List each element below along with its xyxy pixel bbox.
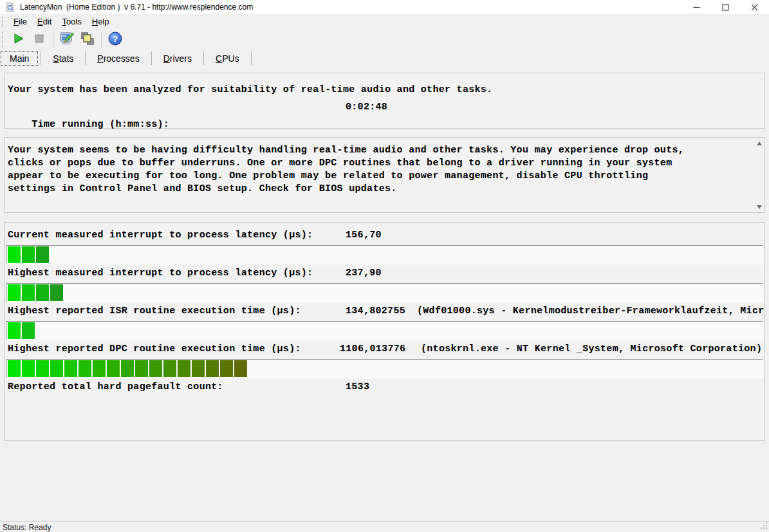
- monitor-analyze-icon: [59, 31, 75, 49]
- tab-bar: MainStatsProcessesDriversCPUs: [0, 50, 769, 66]
- latency-bar-segment: [22, 360, 35, 377]
- measurement-driver-info: (ntoskrnl.exe - NT Kernel _System, Micro…: [421, 342, 762, 356]
- menu-help[interactable]: Help: [87, 15, 115, 28]
- window-title: LatencyMon (Home Edition ) v 6.71 - http…: [20, 3, 253, 12]
- play-icon: [13, 33, 24, 47]
- tab-separator: [41, 51, 41, 65]
- measurements-panel: Current measured interrupt to process la…: [4, 222, 765, 441]
- measurement-label: Current measured interrupt to process la…: [8, 228, 313, 243]
- measurement-line: Reported total hard pagefault count: 153…: [5, 380, 764, 394]
- toolbar: ?: [0, 29, 769, 50]
- measurement-value: 1106,013776: [340, 342, 405, 356]
- measurement-row: Current measured interrupt to process la…: [5, 228, 764, 264]
- close-button[interactable]: [740, 0, 769, 14]
- latency-bar-segment: [36, 360, 49, 377]
- latency-bar-segment: [121, 360, 134, 377]
- latency-bar-segment: [50, 284, 63, 301]
- tab-cpus[interactable]: CPUs: [207, 52, 248, 65]
- latency-bar: [6, 359, 763, 378]
- toolbar-separator: [101, 32, 102, 48]
- scrollbar-down-button[interactable]: [754, 201, 764, 212]
- time-running-line: Time running (h:mm:ss): 0:02:48: [5, 98, 764, 116]
- advice-scrollbar[interactable]: [754, 138, 764, 212]
- scroll-down-icon: [757, 205, 762, 209]
- maximize-button[interactable]: [711, 0, 740, 14]
- tab-separator: [151, 51, 152, 65]
- measurement-value: 134,802755: [346, 304, 405, 318]
- stop-monitor-button[interactable]: [30, 31, 48, 49]
- tab-main[interactable]: Main: [1, 52, 37, 65]
- latency-bar-segment: [234, 360, 247, 377]
- menu-tools[interactable]: Tools: [57, 15, 86, 28]
- measurement-driver-info: (Wdf01000.sys - Kernelmodustreiber-Frame…: [417, 304, 764, 318]
- start-monitor-button[interactable]: [10, 31, 28, 49]
- latency-bar-segment: [22, 246, 35, 263]
- measurement-value: 237,90: [346, 266, 382, 280]
- latency-bar-segment: [107, 360, 120, 377]
- toolbar-gripper[interactable]: [2, 32, 6, 48]
- tab-separator: [85, 51, 86, 65]
- copy-report-button[interactable]: [79, 31, 97, 49]
- stop-icon: [35, 34, 44, 46]
- measurement-label: Highest measured interrupt to process la…: [8, 266, 313, 280]
- latency-bar: [6, 245, 763, 264]
- tab-processes[interactable]: Processes: [89, 52, 147, 65]
- measurement-value: 156,70: [346, 228, 382, 243]
- svg-text:?: ?: [113, 34, 118, 44]
- measurement-line: Highest measured interrupt to process la…: [5, 266, 764, 280]
- latency-bar-segment: [64, 360, 77, 377]
- measurement-label: Highest reported DPC routine execution t…: [8, 342, 301, 356]
- latency-bar-segment: [149, 360, 162, 377]
- latency-bar-segment: [22, 322, 35, 339]
- latency-bar-segment: [163, 360, 176, 377]
- latency-bar: [6, 283, 763, 302]
- measurement-label: Highest reported ISR routine execution t…: [8, 304, 301, 318]
- measurement-row: Highest measured interrupt to process la…: [5, 266, 764, 302]
- latency-bar-segment: [206, 360, 219, 377]
- app-icon: [5, 3, 15, 12]
- window-controls: [682, 0, 769, 14]
- menubar-gripper[interactable]: [2, 17, 6, 27]
- resize-grip[interactable]: [760, 522, 768, 532]
- latency-bar-segment: [8, 246, 21, 263]
- tab-stats[interactable]: Stats: [44, 52, 82, 65]
- latency-bar-segment: [79, 360, 91, 377]
- latency-bar-segment: [8, 284, 21, 301]
- toolbar-separator: [53, 32, 53, 48]
- measurement-line: Highest reported ISR routine execution t…: [5, 304, 764, 318]
- status-bar: Status: Ready: [0, 521, 769, 532]
- time-running-value: 0:02:48: [346, 98, 387, 116]
- latency-bar-segment: [135, 360, 148, 377]
- analyze-system-button[interactable]: [58, 31, 76, 49]
- measurement-row: Highest reported ISR routine execution t…: [5, 304, 764, 340]
- help-icon: ?: [108, 32, 122, 48]
- scroll-up-icon: [757, 142, 762, 145]
- menu-file[interactable]: File: [8, 15, 32, 28]
- scrollbar-up-button[interactable]: [754, 138, 764, 149]
- tab-separator: [203, 51, 204, 65]
- advice-text: Your system seems to be having difficult…: [5, 138, 695, 196]
- minimize-button[interactable]: [682, 0, 711, 14]
- latency-bar-segment: [36, 284, 49, 301]
- status-text: Status: Ready: [0, 523, 51, 532]
- latency-bar-segment: [220, 360, 233, 377]
- latency-bar-segment: [178, 360, 190, 377]
- tab-separator: [251, 51, 252, 65]
- latency-bar-segment: [8, 322, 21, 339]
- measurement-value: 1533: [346, 380, 369, 394]
- time-running-label: Time running (h:mm:ss):: [32, 119, 169, 130]
- latency-bar-segment: [93, 360, 106, 377]
- latencymon-window: { "window": { "title": "LatencyMon (Home…: [0, 0, 769, 532]
- latency-bar-segment: [192, 360, 205, 377]
- help-button[interactable]: ?: [106, 31, 124, 49]
- measurement-line: Highest reported DPC routine execution t…: [5, 342, 764, 356]
- latency-bar-segment: [22, 284, 35, 301]
- tab-drivers[interactable]: Drivers: [155, 52, 200, 65]
- menu-edit[interactable]: Edit: [32, 15, 57, 28]
- measurement-label: Reported total hard pagefault count:: [8, 380, 223, 394]
- latency-bar: [6, 321, 763, 340]
- measurement-row: Reported total hard pagefault count: 153…: [5, 380, 764, 394]
- measurement-line: Current measured interrupt to process la…: [5, 228, 764, 243]
- analysis-panel: Your system has been analyzed for suitab…: [4, 73, 765, 129]
- latency-bar-segment: [36, 246, 49, 263]
